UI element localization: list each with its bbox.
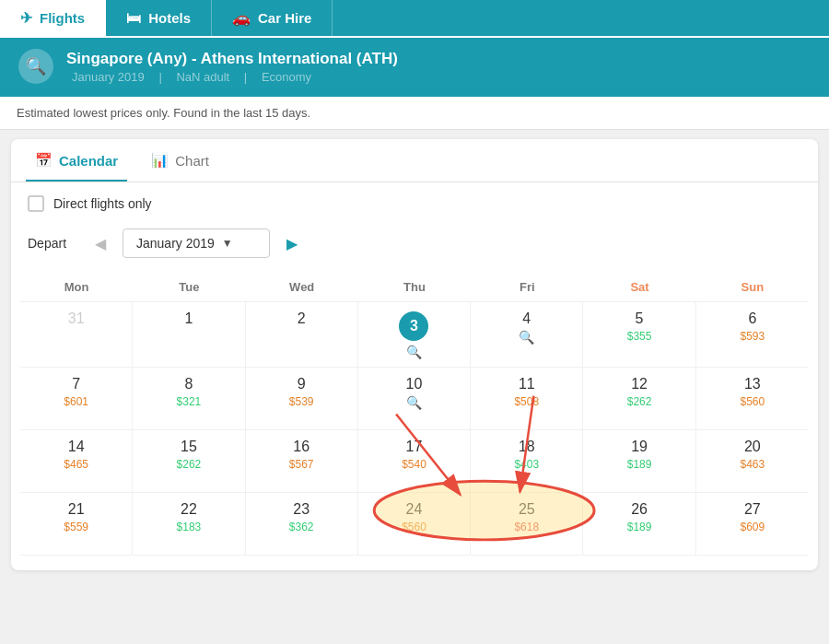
day-price: $593 xyxy=(700,330,805,343)
cal-cell-10[interactable]: 10🔍 xyxy=(358,368,471,430)
sep2: | xyxy=(244,70,247,84)
header-mon: Mon xyxy=(20,273,133,301)
cal-cell-17[interactable]: 17$540 xyxy=(358,430,471,493)
day-number: 14 xyxy=(24,439,128,454)
sep1: | xyxy=(158,70,161,84)
day-price: $362 xyxy=(250,521,354,533)
dropdown-arrow-icon: ▼ xyxy=(222,237,233,250)
day-price: $567 xyxy=(250,458,354,471)
cal-cell-25[interactable]: 25$618 xyxy=(471,493,583,556)
nav-tab-flights[interactable]: ✈ Flights xyxy=(0,0,106,36)
chart-icon: 📊 xyxy=(151,152,169,169)
cal-cell-22[interactable]: 22$183 xyxy=(133,493,245,556)
depart-row: Depart ◀ January 2019 ▼ ▶ xyxy=(11,225,818,273)
cal-cell-12[interactable]: 12$262 xyxy=(583,368,695,430)
day-price: $560 xyxy=(362,521,466,533)
day-price: $465 xyxy=(24,458,128,471)
cal-cell-18[interactable]: 18$403 xyxy=(471,430,583,493)
cal-cell-1[interactable]: 1 xyxy=(133,302,245,368)
nav-tab-hotels-label: Hotels xyxy=(148,10,191,26)
cal-cell-3[interactable]: 3🔍 xyxy=(358,302,471,368)
cal-cell-27[interactable]: 27$609 xyxy=(696,493,809,556)
nav-tab-carhire-label: Car Hire xyxy=(258,10,311,26)
day-number: 20 xyxy=(700,439,805,454)
cal-cell-16[interactable]: 16$567 xyxy=(246,430,358,493)
day-price: $189 xyxy=(587,458,691,471)
day-price: $183 xyxy=(136,521,240,533)
day-number: 17 xyxy=(362,439,466,454)
cal-cell-5[interactable]: 5$355 xyxy=(583,302,695,368)
cal-cell-7[interactable]: 7$601 xyxy=(20,368,133,430)
cal-cell-26[interactable]: 26$189 xyxy=(583,493,695,556)
day-number: 9 xyxy=(250,377,354,392)
direct-flights-row: Direct flights only xyxy=(11,182,818,225)
nav-tab-carhire[interactable]: 🚗 Car Hire xyxy=(212,0,333,36)
day-number: 6 xyxy=(700,311,805,326)
day-number: 19 xyxy=(587,439,691,454)
search-icon-wrap[interactable]: 🔍 xyxy=(18,49,53,84)
cal-cell-8[interactable]: 8$321 xyxy=(133,368,245,430)
day-price: $540 xyxy=(362,458,466,471)
cal-cell-11[interactable]: 11$508 xyxy=(471,368,583,430)
search-cabin: Economy xyxy=(262,70,311,84)
top-nav: ✈ Flights 🛏 Hotels 🚗 Car Hire xyxy=(0,0,829,38)
day-price: $262 xyxy=(587,395,691,408)
day-number: 18 xyxy=(474,439,578,454)
today-indicator: 3 xyxy=(399,311,428,341)
header-tue: Tue xyxy=(133,273,245,301)
day-number: 1 xyxy=(136,311,240,326)
direct-flights-label: Direct flights only xyxy=(53,196,152,211)
header-thu: Thu xyxy=(358,273,471,301)
cal-cell-4[interactable]: 4🔍 xyxy=(471,302,583,368)
day-number: 23 xyxy=(250,502,354,517)
search-details: January 2019 | NaN adult | Economy xyxy=(66,70,398,84)
cal-cell-24[interactable]: 24$560 xyxy=(358,493,471,556)
cal-cell-2[interactable]: 2 xyxy=(246,302,358,368)
day-number: 16 xyxy=(250,439,354,454)
tab-chart[interactable]: 📊 Chart xyxy=(142,139,218,181)
next-month-button[interactable]: ▶ xyxy=(279,230,305,256)
day-price: $601 xyxy=(24,395,128,408)
tab-calendar-label: Calendar xyxy=(59,153,118,169)
header-sun: Sun xyxy=(696,273,809,301)
view-tabs: 📅 Calendar 📊 Chart xyxy=(11,139,818,182)
day-number: 5 xyxy=(587,311,691,326)
cal-cell-31[interactable]: 31 xyxy=(20,302,133,368)
direct-flights-checkbox[interactable] xyxy=(28,195,44,212)
carhire-icon: 🚗 xyxy=(232,9,251,27)
cal-cell-23[interactable]: 23$362 xyxy=(246,493,358,556)
prev-month-button[interactable]: ◀ xyxy=(88,230,113,256)
day-price: $321 xyxy=(136,395,240,408)
notice-text: Estimated lowest prices only. Found in t… xyxy=(17,106,310,120)
cal-cell-6[interactable]: 6$593 xyxy=(696,302,809,368)
search-info: Singapore (Any) - Athens International (… xyxy=(66,50,398,84)
day-price: $539 xyxy=(250,395,354,408)
day-price: $508 xyxy=(474,395,578,408)
header-sat: Sat xyxy=(583,273,695,301)
cal-cell-14[interactable]: 14$465 xyxy=(20,430,133,493)
hotels-icon: 🛏 xyxy=(126,10,141,27)
day-number: 26 xyxy=(587,502,691,517)
cal-cell-13[interactable]: 13$560 xyxy=(696,368,809,430)
depart-label: Depart xyxy=(28,236,78,251)
search-mag-icon[interactable]: 🔍 xyxy=(474,330,578,345)
search-mag-icon[interactable]: 🔍 xyxy=(362,395,466,410)
cal-cell-9[interactable]: 9$539 xyxy=(246,368,358,430)
tab-calendar[interactable]: 📅 Calendar xyxy=(26,139,127,181)
nav-tab-hotels[interactable]: 🛏 Hotels xyxy=(106,0,212,36)
cal-cell-19[interactable]: 19$189 xyxy=(583,430,695,493)
cal-cell-20[interactable]: 20$463 xyxy=(696,430,809,493)
day-number: 15 xyxy=(136,439,240,454)
cal-cell-21[interactable]: 21$559 xyxy=(20,493,133,556)
day-number: 12 xyxy=(587,377,691,392)
tab-chart-label: Chart xyxy=(175,153,209,169)
cal-cell-15[interactable]: 15$262 xyxy=(133,430,245,493)
month-select-value: January 2019 xyxy=(136,236,215,251)
day-number: 31 xyxy=(24,311,128,326)
search-mag-icon[interactable]: 🔍 xyxy=(362,345,466,359)
day-price: $262 xyxy=(136,458,240,471)
month-select[interactable]: January 2019 ▼ xyxy=(123,228,270,258)
day-price: $609 xyxy=(700,521,805,533)
day-number: 4 xyxy=(474,311,578,326)
day-price: $189 xyxy=(587,521,691,533)
